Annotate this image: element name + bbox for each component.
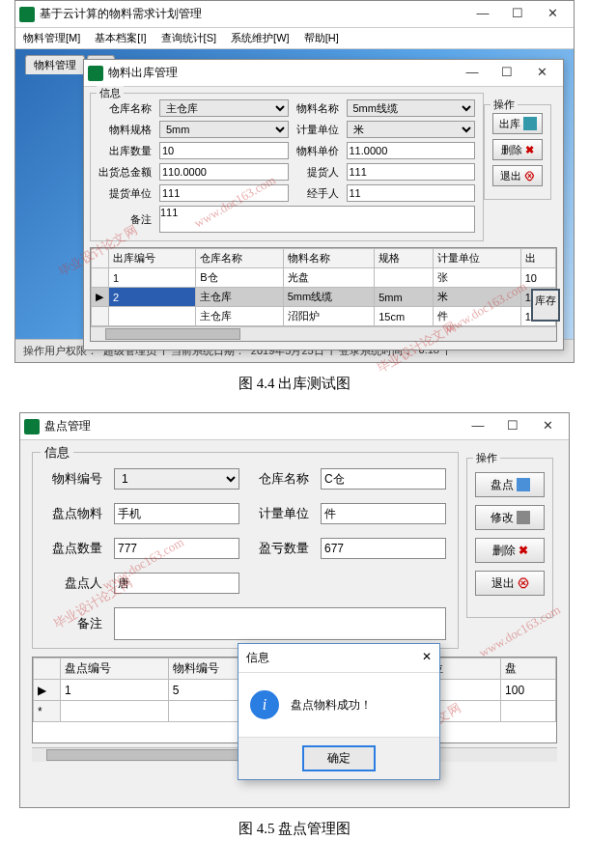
input-total[interactable] [159, 163, 289, 181]
result-table[interactable]: 出库编号 仓库名称 物料名称 规格 计量单位 出 1B仓光盘张10 ▶2主仓库5… [91, 248, 556, 326]
info-groupbox: 信息 仓库名称 主仓库 物料名称 5mm线缆 物料规格 5mm 计量单位 米 出… [90, 93, 484, 241]
col-pd[interactable]: 盘 [501, 658, 556, 680]
menubar: 物料管理[M] 基本档案[I] 查询统计[S] 系统维护[W] 帮助[H] [15, 28, 574, 49]
figure-caption: 图 4.5 盘点管理图 [0, 820, 589, 838]
label-remark: 备注 [44, 615, 102, 632]
maximize-button[interactable]: ☐ [495, 416, 530, 437]
input-picker[interactable] [347, 163, 476, 181]
select-spec[interactable]: 5mm [159, 121, 289, 138]
delete-button[interactable]: 删除✖ [475, 538, 545, 563]
result-table-wrap: 出库编号 仓库名称 物料名称 规格 计量单位 出 1B仓光盘张10 ▶2主仓库5… [90, 247, 557, 342]
col-unit[interactable]: 计量单位 [434, 249, 520, 268]
table-row[interactable]: 1B仓光盘张10 [92, 268, 556, 288]
app-icon [24, 419, 40, 434]
label-qty: 出库数量 [98, 144, 152, 158]
dialog-icon [88, 66, 103, 81]
col-id[interactable]: 出库编号 [109, 249, 196, 268]
label-matid: 物料编号 [44, 470, 102, 488]
side-stock-button[interactable]: 库存 [531, 289, 560, 322]
input-pdr[interactable] [114, 573, 239, 594]
label-warehouse: 仓库名称 [98, 101, 152, 116]
tab-material[interactable]: 物料管理 [25, 55, 85, 74]
dialog-close-button[interactable]: ✕ [524, 63, 559, 84]
input-pdmat[interactable] [114, 503, 239, 524]
label-unit: 计量单位 [251, 505, 309, 522]
input-handler[interactable] [347, 184, 476, 202]
input-unit[interactable] [321, 503, 446, 524]
msgbox-close-button[interactable]: ✕ [422, 650, 432, 666]
modify-button[interactable]: 修改 [475, 505, 545, 530]
col-out[interactable]: 出 [520, 249, 555, 268]
message-box: 信息 ✕ i 盘点物料成功！ 确定 [238, 643, 440, 780]
input-price[interactable] [347, 142, 476, 159]
input-ykqty[interactable] [321, 538, 446, 559]
delete-icon: ✖ [519, 544, 528, 557]
exit-icon: ⮾ [518, 576, 529, 590]
label-unit: 计量单位 [296, 123, 339, 137]
maximize-button[interactable]: ☐ [500, 4, 535, 25]
titlebar: 基于云计算的物料需求计划管理 — ☐ ✕ [15, 1, 574, 28]
menu-query[interactable]: 查询统计[S] [161, 32, 216, 43]
select-warehouse[interactable]: 主仓库 [159, 99, 289, 117]
col-mat[interactable]: 物料名称 [283, 249, 375, 268]
label-spec: 物料规格 [98, 123, 152, 137]
figure-caption: 图 4.4 出库测试图 [0, 375, 589, 393]
ok-button[interactable]: 确定 [302, 745, 376, 771]
input-remark[interactable] [114, 607, 446, 640]
info-legend: 信息 [41, 444, 73, 462]
close-button[interactable]: ✕ [535, 4, 570, 25]
check-icon [517, 478, 530, 491]
window-title: 盘点管理 [44, 418, 461, 434]
label-handler: 经手人 [296, 186, 339, 201]
select-matid[interactable]: 1 [114, 468, 239, 490]
inventory-window: 盘点管理 — ☐ ✕ 信息 物料编号 1 仓库名称 盘点物料 计量单位 [19, 412, 570, 808]
label-pickunit: 提货单位 [98, 186, 152, 201]
op-legend: 操作 [491, 98, 518, 112]
outbound-button[interactable]: 出库 [492, 113, 543, 134]
modify-icon [517, 511, 530, 524]
close-button[interactable]: ✕ [530, 416, 565, 437]
menu-system[interactable]: 系统维护[W] [231, 32, 290, 43]
table-row[interactable]: ▶2主仓库5mm线缆5mm米10 [92, 288, 556, 307]
input-warehouse[interactable] [321, 468, 446, 490]
msgbox-text: 盘点物料成功！ [291, 697, 372, 714]
check-button[interactable]: 盘点 [475, 472, 545, 497]
input-pickunit[interactable] [159, 184, 289, 202]
input-remark[interactable]: 111 [159, 206, 475, 233]
op-legend: 操作 [473, 451, 500, 465]
menu-archive[interactable]: 基本档案[I] [95, 32, 146, 43]
exit-button[interactable]: 退出⮾ [492, 165, 543, 186]
app-icon [19, 7, 35, 22]
col-wh[interactable]: 仓库名称 [196, 249, 283, 268]
minimize-button[interactable]: — [461, 416, 495, 437]
label-pdqty: 盘点数量 [44, 540, 102, 557]
exit-icon: ⮾ [524, 170, 535, 182]
col-pdid[interactable]: 盘点编号 [61, 658, 169, 680]
table-row[interactable]: 主仓库沼阳炉15cm件1 [92, 307, 556, 326]
main-window: 基于云计算的物料需求计划管理 — ☐ ✕ 物料管理[M] 基本档案[I] 查询统… [14, 0, 575, 363]
label-total: 出货总金额 [98, 165, 152, 180]
minimize-button[interactable]: — [465, 4, 500, 25]
h-scrollbar[interactable] [91, 326, 556, 341]
dialog-maximize-button[interactable]: ☐ [490, 63, 524, 84]
input-pdqty[interactable] [114, 538, 239, 559]
delete-icon: ✖ [525, 144, 534, 156]
exit-button[interactable]: 退出⮾ [475, 571, 545, 596]
operation-groupbox: 操作 出库 删除✖ 退出⮾ [484, 104, 551, 200]
main-body: 物料管理 基 物料出库管理 — ☐ ✕ 信息 [15, 49, 574, 339]
label-warehouse: 仓库名称 [251, 470, 309, 488]
delete-button[interactable]: 删除✖ [492, 139, 543, 160]
menu-help[interactable]: 帮助[H] [304, 32, 339, 43]
label-material: 物料名称 [296, 101, 339, 116]
info-groupbox: 信息 物料编号 1 仓库名称 盘点物料 计量单位 盘点数量 盈亏数量 盘点人 [32, 452, 459, 649]
label-price: 物料单价 [296, 144, 339, 158]
dialog-minimize-button[interactable]: — [455, 63, 490, 84]
input-qty[interactable] [159, 142, 289, 159]
select-unit[interactable]: 米 [347, 121, 476, 138]
select-material[interactable]: 5mm线缆 [347, 99, 476, 117]
menu-material[interactable]: 物料管理[M] [23, 32, 80, 43]
dialog-titlebar: 物料出库管理 — ☐ ✕ [84, 60, 563, 87]
col-spec[interactable]: 规格 [375, 249, 434, 268]
label-ykqty: 盈亏数量 [251, 540, 309, 557]
window-title: 基于云计算的物料需求计划管理 [40, 6, 465, 22]
